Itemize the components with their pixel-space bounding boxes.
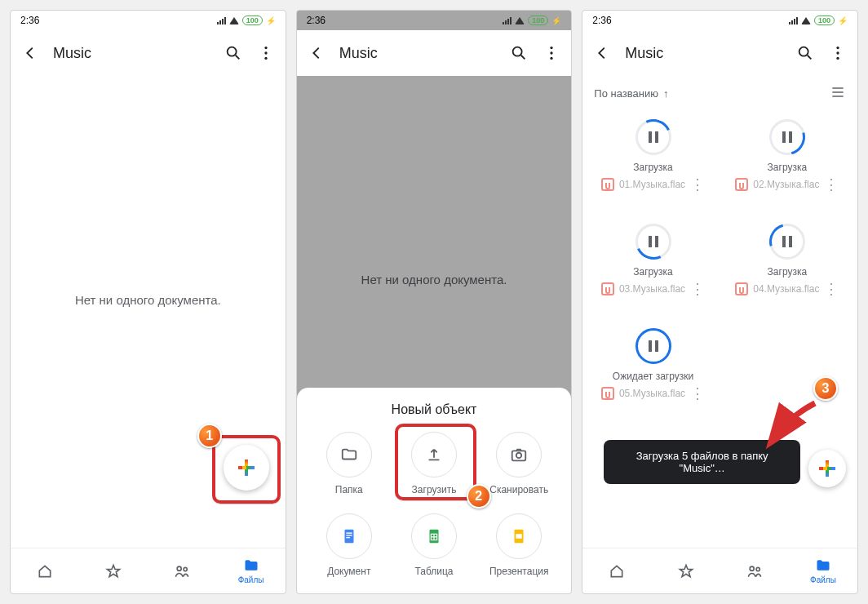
svg-point-23 <box>836 57 839 60</box>
svg-point-0 <box>227 47 236 56</box>
svg-point-5 <box>184 567 188 571</box>
nav-starred[interactable] <box>79 548 148 593</box>
nav-home[interactable] <box>11 548 79 593</box>
audio-icon <box>735 178 748 191</box>
back-icon[interactable] <box>592 43 612 63</box>
progress-icon <box>769 224 805 260</box>
svg-point-21 <box>836 47 839 49</box>
back-icon[interactable] <box>20 43 40 63</box>
file-more-icon[interactable]: ⋮ <box>824 180 839 189</box>
appbar-title: Music <box>625 45 782 62</box>
view-toggle-icon[interactable] <box>830 84 846 103</box>
file-status: Ожидает загрузки <box>613 371 693 382</box>
screen-3-uploading: 2:36 100 ⚡ Music По названию ↑ Загрузка … <box>582 10 858 594</box>
progress-icon <box>636 119 671 155</box>
status-time: 2:36 <box>20 15 39 26</box>
nav-home[interactable] <box>582 548 651 593</box>
content-area: Нет ни одного документа. Новый объект Па… <box>297 76 572 593</box>
fab-new[interactable] <box>808 450 846 487</box>
nav-files-label: Файлы <box>810 575 836 584</box>
audio-icon <box>601 387 614 400</box>
plus-icon <box>819 460 835 477</box>
search-icon[interactable] <box>795 43 815 63</box>
file-more-icon[interactable]: ⋮ <box>690 285 705 293</box>
file-item[interactable]: Загрузка 01.Музыка.flac⋮ <box>586 119 720 191</box>
content-area: Загрузка 01.Музыка.flac⋮ Загрузка 02.Муз… <box>582 111 857 548</box>
back-icon[interactable] <box>307 43 326 63</box>
sheet-item-sheet[interactable]: Таблица <box>392 513 476 577</box>
audio-icon <box>735 282 748 295</box>
battery-icon: 100 <box>814 16 835 25</box>
file-status: Загрузка <box>768 266 808 278</box>
overflow-menu-icon[interactable] <box>828 43 848 63</box>
svg-rect-14 <box>346 535 352 535</box>
svg-rect-13 <box>346 532 352 533</box>
overflow-menu-icon[interactable] <box>256 43 276 63</box>
status-right: 100 ⚡ <box>217 16 276 25</box>
callout-highlight-2 <box>395 424 476 500</box>
status-right: 100 ⚡ <box>503 16 561 25</box>
sheet-title: Новый объект <box>307 402 562 417</box>
sheet-item-doc[interactable]: Документ <box>307 513 392 577</box>
wifi-icon <box>801 17 811 24</box>
nav-starred[interactable] <box>652 548 720 593</box>
charging-icon: ⚡ <box>838 16 848 25</box>
svg-point-8 <box>551 51 553 54</box>
file-item[interactable]: Загрузка 04.Музыка.flac⋮ <box>720 224 854 295</box>
search-icon[interactable] <box>224 43 243 63</box>
svg-rect-12 <box>344 530 353 544</box>
file-item[interactable]: Загрузка 03.Музыка.flac⋮ <box>586 224 720 295</box>
file-status: Загрузка <box>768 162 808 173</box>
nav-files[interactable]: Файлы <box>789 548 857 593</box>
file-name: 01.Музыка.flac <box>619 179 685 190</box>
svg-rect-15 <box>346 537 350 538</box>
status-time: 2:36 <box>307 15 326 26</box>
svg-point-7 <box>551 47 553 49</box>
sheet-item-slides[interactable]: Презентация <box>476 513 561 577</box>
file-name: 05.Музыка.flac <box>619 388 685 399</box>
battery-icon: 100 <box>242 16 263 25</box>
signal-icon <box>217 17 226 24</box>
progress-icon <box>636 224 671 260</box>
sheet-label: Документ <box>327 566 370 577</box>
file-item[interactable]: Загрузка 02.Музыка.flac⋮ <box>720 119 854 191</box>
file-grid: Загрузка 01.Музыка.flac⋮ Загрузка 02.Муз… <box>582 111 857 408</box>
docs-icon <box>326 513 372 559</box>
file-name: 03.Музыка.flac <box>619 283 685 295</box>
signal-icon <box>503 17 512 24</box>
svg-point-24 <box>750 566 754 571</box>
file-status: Загрузка <box>633 162 673 173</box>
app-bar: Music <box>582 30 857 76</box>
screen-2-new-sheet: 2:36 100 ⚡ Music Нет ни одного документа… <box>296 10 573 594</box>
audio-icon <box>601 282 614 295</box>
sheet-label: Папка <box>335 484 363 495</box>
file-name: 02.Музыка.flac <box>753 179 819 190</box>
sheet-item-scan[interactable]: Сканировать <box>476 432 561 495</box>
file-more-icon[interactable]: ⋮ <box>824 285 839 293</box>
nav-files[interactable]: Файлы <box>217 548 286 593</box>
screen-1-empty-state: 2:36 100 ⚡ Music Нет ни одного документа… <box>10 10 286 594</box>
file-more-icon[interactable]: ⋮ <box>690 180 705 189</box>
callout-highlight-1 <box>212 435 281 504</box>
file-item[interactable]: Ожидает загрузки 05.Музыка.flac⋮ <box>586 328 720 400</box>
svg-point-20 <box>799 47 808 56</box>
sheets-icon <box>411 513 457 559</box>
svg-point-11 <box>516 453 521 458</box>
slides-icon <box>496 513 542 559</box>
folder-icon <box>326 432 372 477</box>
overflow-menu-icon[interactable] <box>542 43 561 63</box>
bottom-nav: Файлы <box>582 548 857 593</box>
svg-point-3 <box>264 57 267 60</box>
bottom-nav: Файлы <box>11 548 286 593</box>
wifi-icon <box>515 17 525 24</box>
nav-shared[interactable] <box>148 548 216 593</box>
sheet-item-folder[interactable]: Папка <box>307 432 392 495</box>
sort-bar[interactable]: По названию ↑ <box>582 76 857 111</box>
file-more-icon[interactable]: ⋮ <box>690 389 705 397</box>
camera-icon <box>496 432 542 477</box>
status-right: 100 ⚡ <box>789 16 848 25</box>
nav-shared[interactable] <box>720 548 789 593</box>
svg-point-22 <box>836 51 839 54</box>
search-icon[interactable] <box>509 43 529 63</box>
app-bar: Music <box>11 30 286 76</box>
